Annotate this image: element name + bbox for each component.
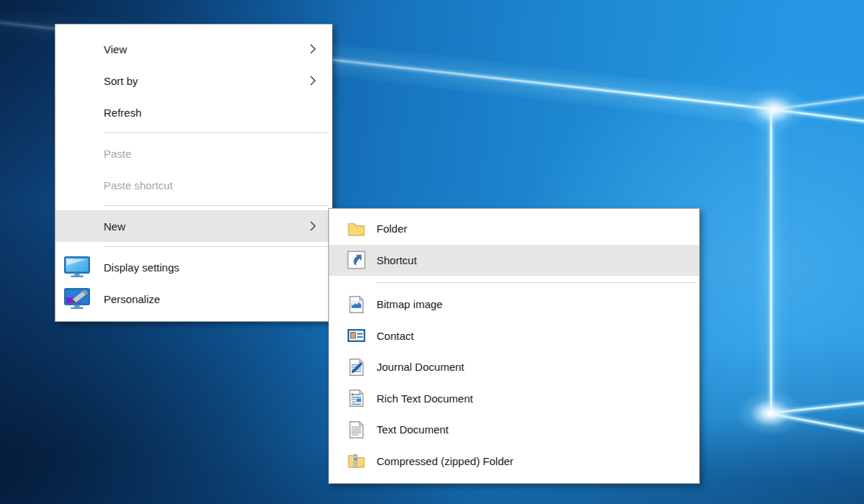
menu-item-label: View xyxy=(104,43,127,55)
menu-item-paste[interactable]: Paste xyxy=(55,138,332,169)
menu-item-personalize[interactable]: Personalize xyxy=(55,283,332,315)
contact-icon xyxy=(346,325,366,346)
desktop-context-menu: View Sort by Refresh Paste Paste shortcu… xyxy=(55,24,333,322)
light-beam-vertical xyxy=(767,108,775,416)
menu-item-label: Bitmap image xyxy=(377,298,443,310)
menu-separator xyxy=(104,132,329,133)
menu-item-label: Compressed (zipped) Folder xyxy=(377,455,513,467)
menu-item-sort-by[interactable]: Sort by xyxy=(55,65,332,96)
menu-item-label: Personalize xyxy=(104,293,160,305)
menu-item-display-settings[interactable]: Display settings xyxy=(55,251,332,283)
light-flare-top xyxy=(739,86,809,132)
submenu-item-compressed-folder[interactable]: Compressed (zipped) Folder xyxy=(329,446,699,477)
menu-item-label: Rich Text Document xyxy=(377,392,473,405)
menu-separator xyxy=(104,205,329,206)
submenu-item-journal-document[interactable]: Journal Document xyxy=(329,351,699,383)
submenu-item-folder[interactable]: Folder xyxy=(329,213,699,245)
rich-text-document-icon xyxy=(346,388,366,408)
compressed-folder-icon xyxy=(346,451,366,471)
light-flare-bottom xyxy=(736,390,805,436)
folder-icon xyxy=(346,219,366,239)
menu-item-label: Contact xyxy=(377,330,414,342)
menu-separator xyxy=(377,282,696,283)
menu-item-label: Text Document xyxy=(377,423,449,436)
menu-item-label: Display settings xyxy=(104,261,179,274)
display-settings-icon xyxy=(64,256,90,278)
personalize-icon xyxy=(64,288,90,310)
submenu-item-rich-text-document[interactable]: Rich Text Document xyxy=(329,383,699,415)
menu-item-label: Sort by xyxy=(104,75,138,87)
submenu-item-contact[interactable]: Contact xyxy=(329,320,699,352)
menu-item-label: Journal Document xyxy=(377,361,464,373)
menu-item-label: Shortcut xyxy=(377,254,417,266)
menu-item-new[interactable]: New xyxy=(55,210,332,242)
menu-item-refresh[interactable]: Refresh xyxy=(55,96,332,128)
new-submenu: Folder Shortcut Bitmap image xyxy=(328,208,700,484)
menu-item-label: Folder xyxy=(377,222,408,235)
menu-separator xyxy=(104,246,329,247)
shortcut-icon xyxy=(346,250,366,270)
chevron-right-icon xyxy=(310,75,316,86)
chevron-right-icon xyxy=(310,220,316,232)
text-document-icon xyxy=(346,420,366,440)
submenu-item-text-document[interactable]: Text Document xyxy=(329,414,699,446)
menu-item-paste-shortcut[interactable]: Paste shortcut xyxy=(55,169,332,201)
menu-item-label: New xyxy=(104,220,125,233)
menu-item-label: Refresh xyxy=(104,107,142,119)
menu-item-view[interactable]: View xyxy=(55,33,332,65)
journal-document-icon xyxy=(346,357,366,377)
submenu-item-bitmap-image[interactable]: Bitmap image xyxy=(329,289,699,320)
desktop[interactable]: View Sort by Refresh Paste Paste shortcu… xyxy=(0,0,864,504)
bitmap-image-icon xyxy=(346,294,366,315)
menu-item-label: Paste xyxy=(104,148,131,160)
chevron-right-icon xyxy=(310,43,316,55)
submenu-item-shortcut[interactable]: Shortcut xyxy=(329,245,699,276)
menu-item-label: Paste shortcut xyxy=(104,179,173,192)
